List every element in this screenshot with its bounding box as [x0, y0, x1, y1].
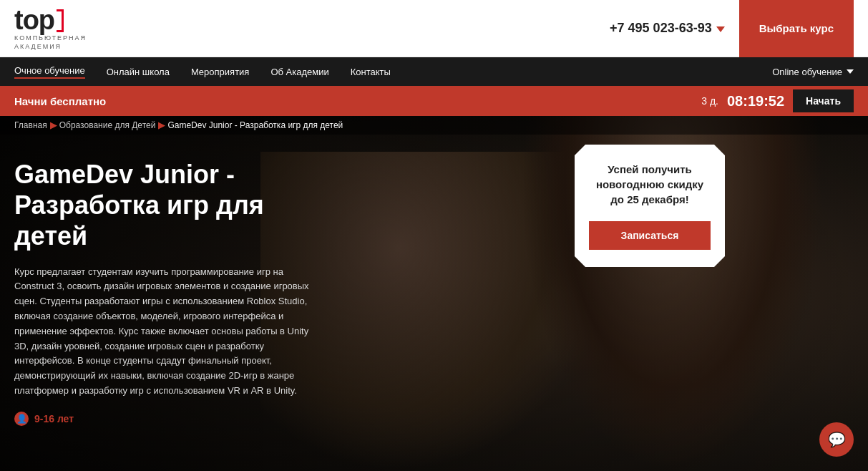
- header-right: +7 495 023-63-93 Выбрать курс: [610, 0, 854, 57]
- hero-content: GameDev Junior -Разработка игр длядетей …: [0, 137, 487, 440]
- breadcrumb-sep-1: ▶: [50, 120, 57, 130]
- breadcrumb-education[interactable]: Образование для Детей: [59, 120, 156, 130]
- age-range: 9-16 лет: [14, 412, 472, 426]
- nav-item-full-education[interactable]: Очное обучение: [14, 65, 85, 79]
- nav-item-contacts[interactable]: Контакты: [351, 67, 391, 77]
- promo-register-button[interactable]: Записаться: [589, 221, 711, 250]
- banner-text: Начни бесплатно: [14, 95, 106, 107]
- age-icon: [14, 412, 29, 426]
- nav-item-online-school[interactable]: Онлайн школа: [107, 67, 170, 77]
- online-education-label: Online обучение: [772, 67, 842, 77]
- banner-timer: 3 д. 08:19:52 Начать: [701, 89, 854, 112]
- online-menu-arrow-icon: [847, 69, 854, 74]
- logo-subtitle-1: КОМПЬЮТЕРНАЯ: [14, 35, 87, 42]
- free-start-banner: Начни бесплатно 3 д. 08:19:52 Начать: [0, 86, 868, 116]
- chat-button[interactable]: 💬: [819, 422, 854, 457]
- online-education-menu[interactable]: Online обучение: [772, 67, 854, 77]
- breadcrumb-home[interactable]: Главная: [14, 120, 47, 130]
- chat-icon: 💬: [828, 431, 846, 448]
- phone-number: +7 495 023-63-93: [610, 21, 712, 36]
- promo-title: Успей получить новогоднюю скидку до 25 д…: [589, 162, 711, 207]
- age-text: 9-16 лет: [34, 413, 74, 424]
- hero-description: Курс предлагает студентам изучить програ…: [14, 265, 315, 399]
- logo-bracket-icon: [57, 9, 64, 32]
- breadcrumb-sep-2: ▶: [158, 120, 165, 130]
- hero-section: Главная ▶ Образование для Детей ▶ GameDe…: [0, 116, 868, 471]
- choose-course-button[interactable]: Выбрать курс: [739, 0, 854, 57]
- header: top КОМПЬЮТЕРНАЯ АКАДЕМИЯ +7 495 023-63-…: [0, 0, 868, 57]
- nav-item-about[interactable]: Об Академии: [270, 67, 328, 77]
- logo-subtitle-2: АКАДЕМИЯ: [14, 44, 87, 51]
- nav-item-events[interactable]: Мероприятия: [191, 67, 250, 77]
- logo-top: top: [14, 6, 64, 34]
- hero-title: GameDev Junior -Разработка игр длядетей: [14, 159, 472, 252]
- logo: top КОМПЬЮТЕРНАЯ АКАДЕМИЯ: [14, 6, 87, 51]
- breadcrumb: Главная ▶ Образование для Детей ▶ GameDe…: [0, 116, 868, 135]
- breadcrumb-current: GameDev Junior - Разработка игр для дете…: [167, 120, 343, 130]
- phone-dropdown-icon: [716, 26, 725, 32]
- logo-text: top: [14, 6, 54, 34]
- banner-start-button[interactable]: Начать: [793, 89, 854, 112]
- phone-area[interactable]: +7 495 023-63-93: [610, 21, 725, 36]
- navigation: Очное обучение Онлайн школа Мероприятия …: [0, 57, 868, 86]
- banner-time: 08:19:52: [727, 93, 784, 110]
- promo-card: Успей получить новогоднюю скидку до 25 д…: [575, 145, 725, 267]
- banner-days: 3 д.: [701, 95, 718, 107]
